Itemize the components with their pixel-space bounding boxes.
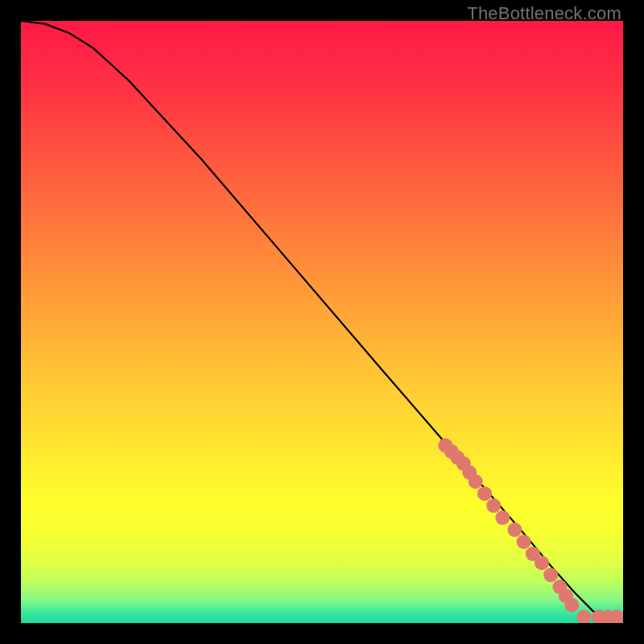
data-point-marker [486, 498, 501, 513]
watermark-text: TheBottleneck.com [467, 3, 621, 24]
data-point-marker [469, 474, 483, 489]
plot-area [21, 21, 623, 623]
data-point-marker [543, 568, 558, 582]
data-point-marker [564, 598, 579, 613]
curve-markers [438, 438, 623, 623]
data-point-marker [517, 535, 531, 549]
chart-frame: TheBottleneck.com [0, 0, 644, 644]
bottleneck-curve [21, 21, 623, 623]
data-point-marker [535, 555, 549, 570]
data-point-marker [495, 510, 510, 525]
data-point-marker [477, 486, 492, 501]
curve-line [21, 21, 623, 617]
data-point-marker [576, 610, 591, 624]
data-point-marker [507, 522, 522, 537]
